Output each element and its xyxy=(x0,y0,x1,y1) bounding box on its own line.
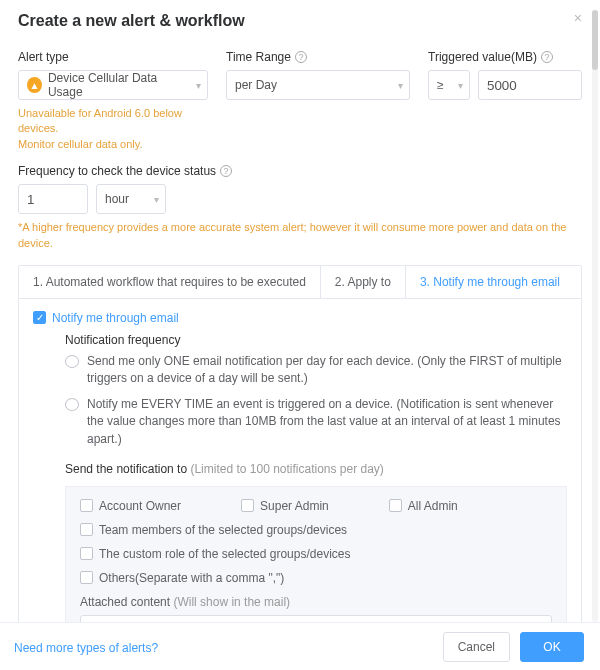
tab-panel-notify: ✓ Notify me through email Notification f… xyxy=(18,299,582,622)
recipients-box: Account Owner Super Admin All Admin Team… xyxy=(65,486,567,622)
frequency-label: Frequency to check the device status ? xyxy=(18,164,582,178)
modal-body: Alert type ▲ Device Cellular Data Usage … xyxy=(0,38,600,622)
recipient-all-admin-label: All Admin xyxy=(408,499,458,513)
time-range-label: Time Range ? xyxy=(226,50,410,64)
tab-notify-email[interactable]: 3. Notify me through email xyxy=(406,266,574,298)
frequency-unit-select[interactable]: hour ▾ xyxy=(96,184,166,214)
send-to-heading: Send the notification to (Limited to 100… xyxy=(65,462,567,476)
help-icon[interactable]: ? xyxy=(295,51,307,63)
time-range-select[interactable]: per Day ▾ xyxy=(226,70,410,100)
triggered-operator-value: ≥ xyxy=(437,78,444,92)
tabs: 1. Automated workflow that requires to b… xyxy=(18,265,582,299)
help-icon[interactable]: ? xyxy=(541,51,553,63)
need-more-alerts-link[interactable]: Need more types of alerts? xyxy=(14,641,158,655)
recipient-super-admin-label: Super Admin xyxy=(260,499,329,513)
freq-radio-once[interactable] xyxy=(65,355,79,368)
recipient-super-admin-checkbox[interactable] xyxy=(241,499,254,512)
attached-content-heading: Attached content (Will show in the mail) xyxy=(80,595,552,609)
close-icon[interactable]: × xyxy=(574,10,582,26)
chevron-down-icon: ▾ xyxy=(196,80,201,91)
recipient-custom-role-checkbox[interactable] xyxy=(80,547,93,560)
recipient-others-checkbox[interactable] xyxy=(80,571,93,584)
frequency-number-input[interactable] xyxy=(18,184,88,214)
notify-email-checkbox[interactable]: ✓ xyxy=(33,311,46,324)
freq-radio-every-label: Notify me EVERY TIME an event is trigger… xyxy=(87,396,567,448)
scrollbar-thumb[interactable] xyxy=(592,10,598,70)
triggered-value-input[interactable] xyxy=(478,70,582,100)
alert-type-note: Unavailable for Android 6.0 below device… xyxy=(18,106,208,152)
tab-apply-to[interactable]: 2. Apply to xyxy=(321,266,406,298)
notification-frequency-heading: Notification frequency xyxy=(65,333,567,347)
recipient-account-owner-checkbox[interactable] xyxy=(80,499,93,512)
freq-radio-every[interactable] xyxy=(65,398,79,411)
help-icon[interactable]: ? xyxy=(220,165,232,177)
cellular-icon: ▲ xyxy=(27,77,42,93)
alert-type-select[interactable]: ▲ Device Cellular Data Usage ▾ xyxy=(18,70,208,100)
frequency-unit-value: hour xyxy=(105,192,129,206)
frequency-note: *A higher frequency provides a more accu… xyxy=(18,220,582,251)
recipient-account-owner-label: Account Owner xyxy=(99,499,181,513)
modal-title: Create a new alert & workflow xyxy=(18,12,245,29)
recipient-team-members-label: Team members of the selected groups/devi… xyxy=(99,523,347,537)
create-alert-modal: Create a new alert & workflow × Alert ty… xyxy=(0,0,600,670)
alert-type-label: Alert type xyxy=(18,50,208,64)
attached-content-textarea[interactable] xyxy=(80,615,552,622)
chevron-down-icon: ▾ xyxy=(154,194,159,205)
ok-button[interactable]: OK xyxy=(520,632,584,662)
triggered-value-label: Triggered value(MB) ? xyxy=(428,50,582,64)
alert-type-value: Device Cellular Data Usage xyxy=(48,71,185,99)
time-range-value: per Day xyxy=(235,78,277,92)
chevron-down-icon: ▾ xyxy=(458,80,463,91)
notify-email-label: Notify me through email xyxy=(52,311,179,325)
recipient-all-admin-checkbox[interactable] xyxy=(389,499,402,512)
recipient-custom-role-label: The custom role of the selected groups/d… xyxy=(99,547,350,561)
triggered-operator-select[interactable]: ≥ ▾ xyxy=(428,70,470,100)
recipient-others-label: Others(Separate with a comma ",") xyxy=(99,571,284,585)
chevron-down-icon: ▾ xyxy=(398,80,403,91)
recipient-team-members-checkbox[interactable] xyxy=(80,523,93,536)
cancel-button[interactable]: Cancel xyxy=(443,632,510,662)
freq-radio-once-label: Send me only ONE email notification per … xyxy=(87,353,567,388)
tab-workflow[interactable]: 1. Automated workflow that requires to b… xyxy=(19,266,321,298)
modal-header: Create a new alert & workflow × xyxy=(0,0,600,38)
scrollbar-track[interactable] xyxy=(592,10,598,622)
